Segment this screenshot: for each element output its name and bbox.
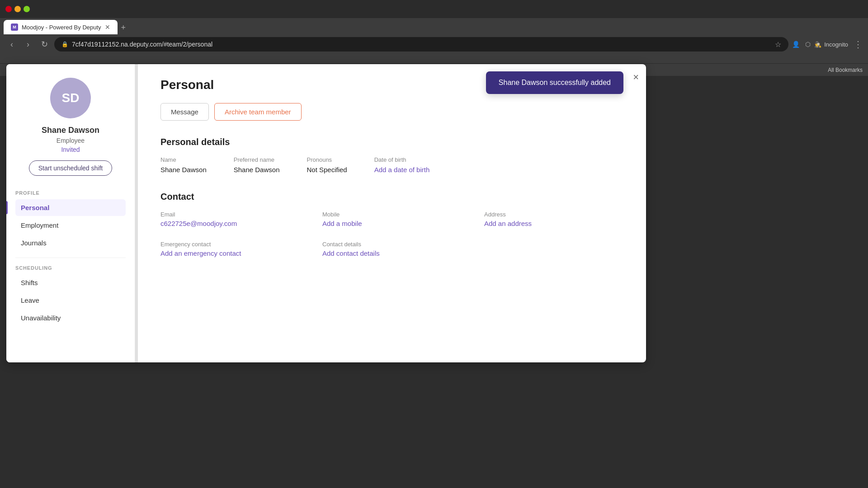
tab-favicon: M	[11, 23, 18, 31]
name-label: Name	[160, 156, 207, 163]
sidebar-label-journals: Journals	[21, 239, 47, 247]
lock-icon: 🔒	[61, 41, 68, 47]
sidebar-item-personal[interactable]: Personal	[15, 199, 126, 216]
active-tab[interactable]: M Moodjoy - Powered By Deputy ✕	[4, 20, 118, 34]
pronouns-value: Not Specified	[307, 166, 347, 174]
email-value[interactable]: c622725e@moodjoy.com	[160, 220, 300, 227]
sidebar-item-unavailability[interactable]: Unavailability	[15, 310, 126, 326]
dob-col: Date of birth Add a date of birth	[374, 156, 430, 174]
tab-title: Moodjoy - Powered By Deputy	[22, 24, 101, 31]
extensions-icon[interactable]: ⬡	[805, 41, 811, 48]
sidebar-label-shifts: Shifts	[21, 279, 38, 286]
address-value[interactable]: Add an address	[484, 220, 623, 227]
archive-button[interactable]: Archive team member	[214, 103, 302, 121]
contact-title: Contact	[160, 192, 623, 202]
avatar: SD	[50, 78, 91, 118]
preferred-name-value: Shane Dawson	[234, 166, 280, 174]
contact-details-value[interactable]: Add contact details	[322, 249, 462, 257]
sidebar-divider	[15, 258, 126, 258]
mobile-value[interactable]: Add a mobile	[322, 220, 462, 227]
member-status: Invited	[61, 146, 80, 153]
sidebar-item-employment[interactable]: Employment	[15, 217, 126, 234]
emergency-item: Emergency contact Add an emergency conta…	[160, 241, 300, 257]
scheduling-nav: Shifts Leave Unavailability	[15, 274, 126, 327]
incognito-icon: 🕵	[814, 41, 821, 48]
main-inner: Personal Message Archive team member Per…	[138, 64, 646, 362]
personal-details-title: Personal details	[160, 137, 623, 147]
sidebar-item-journals[interactable]: Journals	[15, 235, 126, 251]
personal-details-table: Name Shane Dawson Preferred name Shane D…	[160, 156, 623, 174]
browser-chrome: M Moodjoy - Powered By Deputy ✕ + ‹ › ↻ …	[0, 0, 868, 63]
titlebar	[0, 0, 868, 18]
preferred-name-col: Preferred name Shane Dawson	[234, 156, 280, 174]
incognito-label: Incognito	[824, 41, 848, 48]
close-button[interactable]: ×	[633, 71, 639, 83]
contact-details-label: Contact details	[322, 241, 462, 248]
pronouns-col: Pronouns Not Specified	[307, 156, 347, 174]
tab-bar: M Moodjoy - Powered By Deputy ✕ +	[0, 18, 868, 34]
app-container: SD Shane Dawson Employee Invited Start u…	[6, 64, 646, 362]
message-button[interactable]: Message	[160, 103, 209, 121]
address-label: Address	[484, 211, 623, 218]
success-text: Shane Dawson successfully added	[499, 79, 611, 86]
preferred-name-label: Preferred name	[234, 156, 280, 163]
main-content: Shane Dawson successfully added × Person…	[138, 64, 646, 362]
email-item: Email c622725e@moodjoy.com	[160, 211, 300, 227]
address-item: Address Add an address	[484, 211, 623, 227]
bookmarks-label: All Bookmarks	[828, 67, 863, 73]
bookmark-icon[interactable]: ☆	[775, 40, 781, 49]
start-shift-button[interactable]: Start unscheduled shift	[29, 160, 112, 176]
sidebar-label-unavailability: Unavailability	[21, 314, 61, 322]
sidebar-label-employment: Employment	[21, 221, 58, 229]
address-bar[interactable]: 🔒 7cf47d19112152.na.deputy.com/#team/2/p…	[54, 37, 788, 52]
address-bar-row: ‹ › ↻ 🔒 7cf47d19112152.na.deputy.com/#te…	[0, 34, 868, 54]
emergency-label: Emergency contact	[160, 241, 300, 248]
name-value: Shane Dawson	[160, 166, 207, 174]
mobile-label: Mobile	[322, 211, 462, 218]
window-close-btn[interactable]	[5, 6, 12, 12]
pronouns-label: Pronouns	[307, 156, 347, 163]
member-name: Shane Dawson	[42, 126, 99, 135]
profile-icon[interactable]: 👤	[792, 41, 800, 48]
url-text: 7cf47d19112152.na.deputy.com/#team/2/per…	[72, 41, 212, 48]
profile-section-label: PROFILE	[15, 190, 40, 196]
dob-value[interactable]: Add a date of birth	[374, 166, 430, 174]
back-button[interactable]: ‹	[5, 38, 18, 51]
forward-button[interactable]: ›	[22, 38, 34, 51]
tab-close-icon[interactable]: ✕	[105, 24, 110, 30]
profile-nav: Personal Employment Journals	[15, 199, 126, 252]
new-tab-button[interactable]: +	[118, 21, 130, 34]
action-buttons: Message Archive team member	[160, 103, 623, 121]
sidebar: SD Shane Dawson Employee Invited Start u…	[6, 64, 135, 362]
name-col: Name Shane Dawson	[160, 156, 207, 174]
window-controls	[5, 6, 30, 12]
sidebar-label-leave: Leave	[21, 296, 39, 304]
member-role: Employee	[57, 137, 85, 144]
window-min-btn[interactable]	[14, 6, 21, 12]
contact-details-item: Contact details Add contact details	[322, 241, 462, 257]
sidebar-item-leave[interactable]: Leave	[15, 292, 126, 309]
scheduling-section-label: SCHEDULING	[15, 265, 52, 271]
email-label: Email	[160, 211, 300, 218]
sidebar-item-shifts[interactable]: Shifts	[15, 274, 126, 291]
window-max-btn[interactable]	[24, 6, 30, 12]
dob-label: Date of birth	[374, 156, 430, 163]
mobile-item: Mobile Add a mobile	[322, 211, 462, 227]
emergency-value[interactable]: Add an emergency contact	[160, 249, 300, 257]
contact-section: Contact Email c622725e@moodjoy.com Mobil…	[160, 192, 623, 257]
contact-grid: Email c622725e@moodjoy.com Mobile Add a …	[160, 211, 623, 257]
reload-button[interactable]: ↻	[38, 38, 51, 51]
incognito-badge: 🕵 Incognito	[814, 41, 848, 48]
address-icons: ☆	[775, 40, 781, 49]
sidebar-label-personal: Personal	[21, 204, 49, 211]
menu-icon[interactable]: ⋮	[854, 39, 863, 50]
success-notification: Shane Dawson successfully added	[486, 71, 623, 94]
